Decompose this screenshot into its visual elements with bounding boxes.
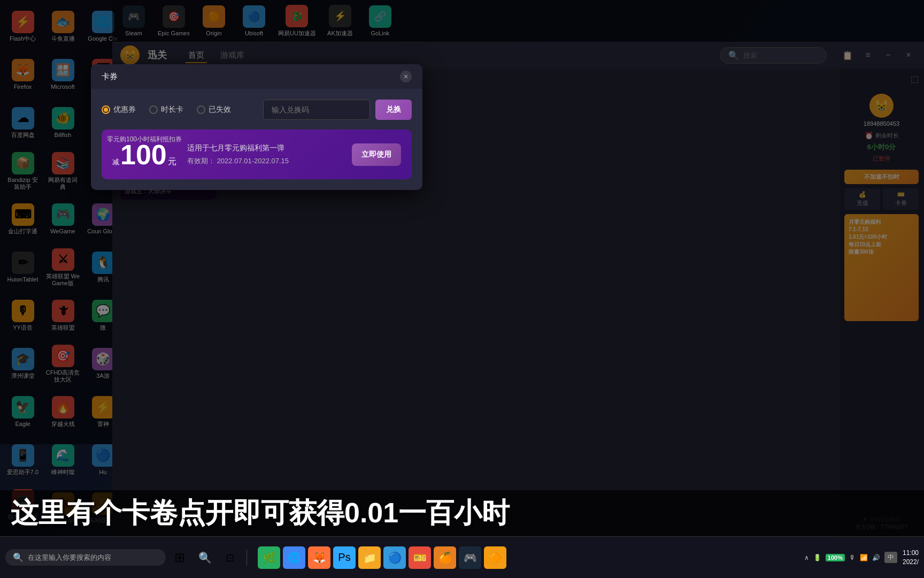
- taskbar-apps: 🌿 🌐 🦊 Ps 📁 🔵 🎫 🍊 🎮 🔶: [258, 546, 506, 569]
- clock-time: 11:00: [903, 549, 919, 558]
- radio-circle-expired: [197, 105, 205, 114]
- taskbar-app-folder[interactable]: 📁: [358, 546, 381, 569]
- taskbar-right: ∧ 🔋 100% 🎙 📶 🔊 中 11:00 2022/: [804, 549, 919, 567]
- radio-label-expired: 已失效: [209, 105, 231, 115]
- system-tray: ∧ 🔋 100% 🎙 📶 🔊 中: [804, 552, 897, 563]
- validity-label: 有效期：: [187, 157, 215, 165]
- dialog-title: 卡券: [102, 72, 118, 82]
- taskbar-app-browser2[interactable]: 🦊: [308, 546, 330, 569]
- dialog-header: 卡券 ×: [91, 64, 422, 89]
- taskbar-app-ps[interactable]: Ps: [333, 546, 356, 569]
- tray-lang[interactable]: 中: [884, 552, 897, 563]
- taskbar-app-tree[interactable]: 🌿: [258, 546, 280, 569]
- coupon-use-button[interactable]: 立即使用: [352, 143, 401, 166]
- taskbar-app-steam2[interactable]: 🎮: [459, 546, 481, 569]
- dialog-close-button[interactable]: ×: [400, 71, 412, 82]
- taskbar-multitask-button[interactable]: ⊡: [219, 546, 241, 569]
- redeem-code-input[interactable]: [263, 100, 370, 120]
- coupon-card: 零元购100小时福利抵扣券 减 100 元 适用于七月零元购福利第一弹 有效期：…: [102, 130, 412, 179]
- windows-taskbar: 🔍 在这里输入你要搜索的内容 ⊞ 🔍 ⊡ 🌿 🌐 🦊 Ps 📁 🔵 🎫 🍊 🎮 …: [0, 536, 924, 578]
- radio-label-discount: 优惠券: [113, 105, 136, 115]
- redeem-button[interactable]: 兑换: [375, 100, 412, 120]
- battery-badge: 100%: [826, 554, 845, 561]
- radio-circle-discount: [102, 105, 110, 114]
- tray-battery-icon: 🔋: [813, 554, 821, 561]
- coupon-type-expired[interactable]: 已失效: [197, 105, 231, 115]
- coupon-info: 适用于七月零元购福利第一弹 有效期： 2022.07.01-2022.07.15: [187, 143, 341, 166]
- coupon-discount: 减 100 元: [112, 140, 176, 169]
- tray-network-icon: 📶: [860, 554, 868, 561]
- taskbar-search-icon: 🔍: [13, 552, 24, 562]
- taskbar-cortana-button[interactable]: 🔍: [194, 546, 216, 569]
- coupon-desc: 适用于七月零元购福利第一弹: [187, 143, 341, 153]
- coupon-type-time[interactable]: 时长卡: [149, 105, 183, 115]
- taskbar-search-bar[interactable]: 🔍 在这里输入你要搜索的内容: [5, 549, 166, 566]
- taskbar-divider: [247, 550, 247, 566]
- coupon-tag: 零元购100小时福利抵扣券: [107, 135, 182, 144]
- subtitle-text: 这里有个卡卷点开即可获得0.01一百小时: [11, 495, 510, 532]
- taskbar-app-browser1[interactable]: 🌐: [283, 546, 305, 569]
- taskbar-search-text: 在这里输入你要搜索的内容: [28, 553, 111, 562]
- taskbar-app-blue[interactable]: 🔵: [383, 546, 406, 569]
- discount-unit: 元: [168, 156, 176, 168]
- tray-arrow-icon[interactable]: ∧: [804, 554, 809, 561]
- radio-label-time: 时长卡: [161, 105, 183, 115]
- dialog-body: 优惠券 时长卡 已失效 兑换 零元购100小时福利抵扣券: [91, 89, 422, 190]
- tray-mic-icon: 🎙: [849, 554, 856, 561]
- coupon-dialog: 卡券 × 优惠券 时长卡 已失效: [91, 64, 422, 190]
- coupon-type-tabs: 优惠券 时长卡 已失效 兑换: [102, 100, 412, 120]
- discount-symbol: 减: [112, 157, 119, 167]
- clock-date: 2022/: [903, 558, 919, 567]
- validity-value: 2022.07.01-2022.07.15: [217, 157, 289, 165]
- clock: 11:00 2022/: [903, 549, 919, 567]
- subtitle-bar: 这里有个卡卷点开即可获得0.01一百小时: [0, 490, 924, 536]
- coupon-type-discount[interactable]: 优惠券: [102, 105, 136, 115]
- radio-circle-time: [149, 105, 158, 114]
- taskbar-app-orange[interactable]: 🍊: [434, 546, 456, 569]
- taskbar-app-yellow[interactable]: 🔶: [484, 546, 506, 569]
- discount-amount: 100: [120, 141, 167, 169]
- tray-volume-icon: 🔊: [872, 554, 880, 561]
- coupon-validity: 有效期： 2022.07.01-2022.07.15: [187, 156, 341, 166]
- taskbar-start-button[interactable]: ⊞: [168, 546, 191, 569]
- taskbar-app-red[interactable]: 🎫: [409, 546, 431, 569]
